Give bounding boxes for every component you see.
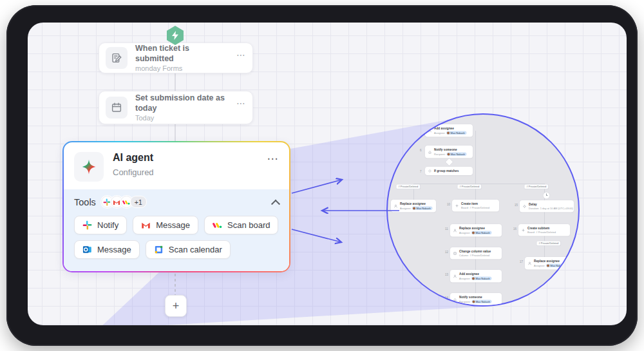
person-pill: Max Nakash <box>471 231 491 235</box>
avatar <box>447 131 450 134</box>
tool-chip-label: Notify <box>97 220 118 230</box>
person-pill: Max Nakash <box>412 207 432 211</box>
column-icon <box>453 251 457 255</box>
branch-chip: # Private/Deleted <box>524 184 549 189</box>
mini-node-subline: Assignee:Max Nakash <box>434 131 466 135</box>
person-icon <box>453 274 457 278</box>
branch-icon <box>428 169 432 173</box>
avatar <box>472 277 475 280</box>
ai-card-title: AI agent <box>113 152 154 164</box>
avatar <box>472 300 475 303</box>
node-title: When ticket is submitted <box>135 44 229 64</box>
mini-node-replace-assignee[interactable]: 11Replace assigneeAssignee:Max Nakash <box>450 224 502 237</box>
plus-icon <box>455 204 459 207</box>
mini-node-title: If group matches <box>434 169 459 173</box>
person-pill: Max Nakash <box>471 300 491 304</box>
mini-node-add-assignee[interactable]: 13Add assigneeAssignee:Max Nakash <box>450 270 502 283</box>
mini-node-replace-assignee[interactable]: 17Replace assigneeAssignee:Max Nakash <box>525 257 576 270</box>
mini-node-replace-assignee[interactable]: Replace assigneeAssignee:Max Nakash <box>391 200 436 213</box>
mini-node-title: Create item <box>461 202 489 206</box>
branch-chip: # Private/Deleted <box>396 184 421 189</box>
mini-node-subline: Recipient:Max Nakash <box>434 153 467 157</box>
tool-chip-scan-board[interactable]: Scan board <box>204 216 279 234</box>
node-menu-button[interactable]: ⋯ <box>236 98 246 108</box>
tool-chip-notify[interactable]: Notify <box>74 216 127 234</box>
mini-node-subline: Assignee:Max Nakash <box>459 231 491 235</box>
mini-node-title: Create subitem <box>527 227 556 231</box>
magnifier-circle: Add assigneeAssignee:Max Nakash6Notify s… <box>386 113 580 307</box>
ai-sparkle-icon <box>74 152 104 182</box>
gcal-icon <box>154 245 164 254</box>
node-set-submission-date[interactable]: Set submission date as today Today ⋯ <box>99 91 253 124</box>
mini-node-subline: Board:# Private/Deleted <box>527 231 556 234</box>
mini-node-subline: Column:# Private/Deleted <box>459 254 491 258</box>
app-badge-cluster <box>101 196 133 208</box>
tool-chip-message[interactable]: Message <box>133 216 198 234</box>
mini-node-notify-someone[interactable]: 14Notify someoneRecipient:Max Nakash <box>450 293 502 306</box>
node-subtitle: monday Forms <box>135 64 229 72</box>
bell-icon <box>453 298 457 301</box>
mini-node-if-group-matches[interactable]: 7If group matches <box>425 167 473 175</box>
more-tools-badge[interactable]: +1 <box>130 196 147 208</box>
avatar <box>547 264 549 267</box>
gmail-icon <box>141 220 151 230</box>
mini-node-create-subitem[interactable]: 16Create subitemBoard:# Private/Deleted <box>518 224 570 236</box>
add-step-button[interactable]: + <box>165 295 187 317</box>
tool-chip-label: Scan board <box>227 220 270 230</box>
mini-node-title: Replace assignee <box>534 260 566 263</box>
arrow-to-circle-bottom <box>292 229 341 242</box>
mini-node-title: Add assignee <box>459 272 491 276</box>
node-subtitle: Today <box>135 114 229 122</box>
mini-node-title: Delay <box>529 203 573 207</box>
tool-chip-message[interactable]: Message <box>74 240 140 259</box>
tool-chip-label: Message <box>97 245 131 254</box>
mini-node-subline: Assignee:Max Nakash <box>459 277 491 281</box>
mini-node-delay[interactable]: 15DelayDuration:1 day at 10 AM (UTC+03:0… <box>520 200 574 213</box>
mini-node-number: 16 <box>513 227 516 231</box>
tools-label: Tools <box>74 197 96 207</box>
person-icon <box>453 229 457 232</box>
mini-world: Add assigneeAssignee:Max Nakash6Notify s… <box>388 115 580 307</box>
mini-node-value: # Private/Deleted <box>469 254 489 258</box>
mini-node-value: 1 day at 10 AM (UTC+03:00) <box>540 207 573 211</box>
mini-node-subline: Recipient:Max Nakash <box>459 300 492 304</box>
plus-icon <box>522 228 526 232</box>
chevron-up-icon[interactable] <box>271 199 280 208</box>
avatar <box>447 153 450 155</box>
ai-agent-card[interactable]: AI agent Configured ⋯ Tools +1 NotifyMes… <box>62 141 290 272</box>
tool-chips: NotifyMessageScan boardMessageScan calen… <box>74 216 279 259</box>
node-menu-button[interactable]: ⋯ <box>236 50 246 60</box>
branch-chip: # Private/Deleted <box>457 184 482 189</box>
workflow-canvas[interactable]: Add assigneeAssignee:Max Nakash6Notify s… <box>28 23 627 325</box>
person-icon <box>528 261 532 265</box>
gear-icon <box>523 204 527 208</box>
delay-clock-icon <box>543 192 550 199</box>
mini-node-number: 12 <box>445 251 448 254</box>
node-title: Set submission date as today <box>135 93 229 113</box>
branch-chip: # Private/Deleted <box>536 241 561 246</box>
mini-node-create-item[interactable]: 10Create itemBoard:# Private/Deleted <box>452 200 499 212</box>
mini-node-add-assignee[interactable]: Add assigneeAssignee:Max Nakash <box>425 124 473 137</box>
node-when-ticket-submitted[interactable]: When ticket is submitted monday Forms ⋯ <box>99 43 253 73</box>
mini-node-title: Notify someone <box>459 296 492 299</box>
person-pill: Max Nakash <box>446 131 466 135</box>
mini-node-number: 11 <box>445 227 448 231</box>
ai-card-menu-button[interactable]: ⋯ <box>267 152 279 166</box>
arrow-to-circle-top <box>292 180 342 193</box>
mini-node-notify-someone[interactable]: 6Notify someoneRecipient:Max Nakash <box>425 146 473 158</box>
mini-node-title: Add assignee <box>434 127 466 131</box>
mini-node-title: Notify someone <box>434 148 467 152</box>
tool-chip-scan-calendar[interactable]: Scan calendar <box>146 240 231 259</box>
monday-icon <box>213 220 222 230</box>
person-icon <box>394 204 398 208</box>
mini-node-number: 13 <box>445 273 448 276</box>
calendar-icon <box>106 97 128 119</box>
condition-diamond-icon <box>445 158 453 166</box>
mini-node-subline: Duration:1 day at 10 AM (UTC+03:00) <box>529 207 573 211</box>
mini-node-value: # Private/Deleted <box>469 207 489 210</box>
mini-node-number: 15 <box>515 204 518 207</box>
mini-node-change-column-value[interactable]: 12Change column valueColumn:# Private/De… <box>450 247 502 260</box>
mini-node-number: 17 <box>520 260 523 263</box>
slack-icon <box>82 220 92 230</box>
form-icon <box>106 47 128 69</box>
